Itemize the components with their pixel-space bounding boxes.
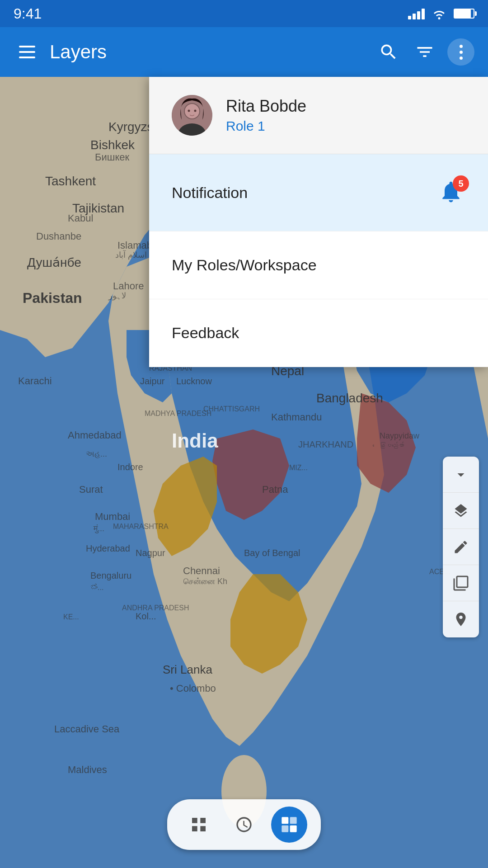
svg-text:Naypyidaw: Naypyidaw [380,431,420,440]
app-bar-title: Layers [50,41,375,63]
battery-icon [454,9,474,19]
notification-badge: 5 [453,175,469,192]
svg-text:ANDHRA PRADESH: ANDHRA PRADESH [122,604,189,612]
filter-button[interactable] [411,38,438,66]
location-button[interactable] [443,601,479,637]
more-button[interactable] [447,38,474,66]
collapse-button[interactable] [443,457,479,493]
grid-icon [190,816,208,834]
svg-point-68 [188,110,190,112]
svg-text:मुं...: मुं... [93,524,104,533]
status-time: 9:41 [14,5,42,22]
svg-text:Bishkek: Bishkek [90,138,135,152]
svg-text:Jaipur: Jaipur [140,376,165,386]
feedback-menu-item[interactable]: Feedback [149,299,488,367]
svg-text:Душа́нбе: Душа́нбе [27,255,81,269]
user-profile[interactable]: Rita Bobde Role 1 [149,77,488,154]
hamburger-button[interactable] [14,38,41,66]
my-roles-label: My Roles/Workspace [172,256,317,274]
svg-text:Lahore: Lahore [113,280,144,292]
bottom-bar [167,799,321,850]
wifi-icon [432,8,446,19]
svg-text:Laccadive Sea: Laccadive Sea [54,723,120,735]
notification-menu-item[interactable]: Notification 5 [149,154,488,231]
svg-text:Karachi: Karachi [18,375,52,387]
filter-icon [415,42,435,62]
status-icons [408,8,474,19]
app-bar-actions [375,38,474,66]
svg-text:Bay of Bengal: Bay of Bengal [244,548,300,558]
svg-rect-61 [290,817,297,824]
edit-button[interactable] [443,529,479,565]
signal-icon [408,8,425,19]
svg-text:Sri Lanka: Sri Lanka [163,663,212,676]
feedback-label: Feedback [172,324,239,342]
svg-text:لاہور: لاہور [108,291,126,301]
svg-text:Kabul: Kabul [68,212,93,224]
svg-text:Tashkent: Tashkent [45,174,96,188]
svg-point-69 [194,110,197,112]
user-name: Rita Bobde [226,97,306,116]
svg-text:Mumbai: Mumbai [95,511,130,522]
map-layers-icon [280,816,298,834]
notification-icon-wrap: 5 [438,179,465,206]
map-toolbar [443,457,479,637]
svg-text:Bengaluru: Bengaluru [90,571,131,580]
svg-text:Nagpur: Nagpur [136,548,165,558]
more-icon [460,45,463,60]
search-button[interactable] [375,38,402,66]
search-icon [379,42,399,62]
select-button[interactable] [443,565,479,601]
svg-text:Chennai: Chennai [183,565,220,576]
svg-rect-60 [282,817,288,824]
svg-text:Ahmedabad: Ahmedabad [68,429,122,441]
svg-text:சென்னை Kh: சென்னை Kh [183,577,227,586]
layers-icon [453,503,469,519]
svg-point-67 [185,104,199,118]
svg-text:MAHARASHTRA: MAHARASHTRA [113,523,169,530]
app-bar: Layers [0,27,488,77]
map-layers-button[interactable] [271,807,307,843]
svg-text:اسلام آباد: اسلام آباد [115,250,147,260]
svg-rect-62 [282,826,288,832]
svg-text:Lucknow: Lucknow [176,376,212,386]
status-bar: 9:41 [0,0,488,27]
svg-text:Hyderabad: Hyderabad [86,543,130,553]
select-icon [453,575,469,591]
user-role: Role 1 [226,118,306,134]
avatar-image [172,95,212,136]
svg-text:અહ...: અહ... [86,449,107,458]
svg-text:India: India [172,429,218,452]
svg-text:Surat: Surat [79,484,103,495]
chevron-down-icon [453,467,469,483]
svg-text:Pakistan: Pakistan [23,290,82,306]
my-roles-menu-item[interactable]: My Roles/Workspace [149,231,488,299]
user-info: Rita Bobde Role 1 [226,97,306,134]
svg-text:Kathmandu: Kathmandu [271,411,322,423]
grid-button[interactable] [181,807,217,843]
svg-text:JHARKHAND: JHARKHAND [298,439,353,449]
svg-text:KE...: KE... [63,613,79,621]
dropdown-menu: Rita Bobde Role 1 Notification 5 My Role… [149,77,488,367]
notification-label: Notification [172,184,248,202]
location-icon [453,611,469,627]
svg-text:• Colombo: • Colombo [170,683,216,694]
svg-text:Maldives: Maldives [68,764,107,775]
clock-button[interactable] [226,807,262,843]
svg-text:MIZ...: MIZ... [289,464,308,472]
svg-text:Kol...: Kol... [136,611,156,621]
svg-text:Dushanbe: Dushanbe [36,231,81,242]
svg-rect-63 [290,826,297,832]
layers-button[interactable] [443,493,479,529]
svg-text:Bangladesh: Bangladesh [316,391,383,405]
svg-text:Patna: Patna [262,484,288,495]
svg-text:CHHATTISGARH: CHHATTISGARH [203,405,260,413]
svg-text:Indore: Indore [117,462,143,472]
svg-text:Бишкек: Бишкек [95,151,129,163]
svg-text:MADHYA PRADESH: MADHYA PRADESH [145,410,211,417]
clock-icon [235,816,253,834]
avatar [172,95,212,136]
pencil-icon [453,539,469,555]
svg-text:ಬೆಂ...: ಬೆಂ... [90,584,103,591]
